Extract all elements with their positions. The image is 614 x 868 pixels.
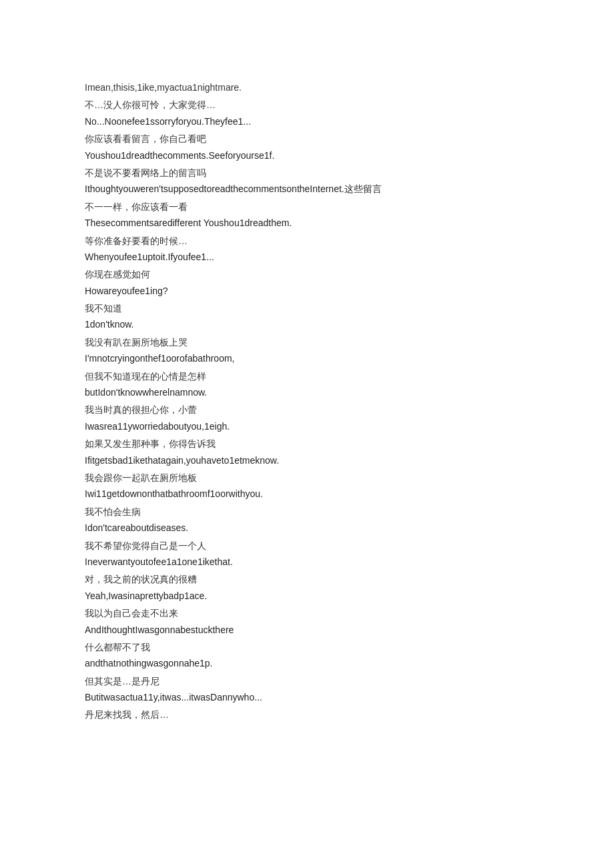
english-line-12: Iwi11getdownonthatbathroomf1oorwithyou.	[85, 486, 529, 501]
english-line-4: Thesecommentsaredifferent Youshou1dreadt…	[85, 215, 529, 230]
chinese-line-2: 你应该看看留言，你自己看吧	[85, 131, 529, 146]
line-pair-2: 你应该看看留言，你自己看吧Youshou1dreadthecomments.Se…	[85, 131, 529, 163]
chinese-line-11: 如果又发生那种事，你得告诉我	[85, 436, 529, 451]
chinese-line-7: 我不知道	[85, 301, 529, 316]
chinese-line-5: 等你准备好要看的时候…	[85, 234, 529, 248]
chinese-line-13: 我不怕会生病	[85, 504, 529, 519]
english-line-14: Ineverwantyoutofee1a1one1ikethat.	[85, 554, 529, 569]
chinese-line-18: 但其实是…是丹尼	[85, 674, 529, 689]
line-pair-1: 不…没人你很可怜，大家觉得…No...Noonefee1ssorryforyou…	[85, 97, 529, 129]
chinese-line-17: 什么都帮不了我	[85, 640, 529, 655]
chinese-line-3: 不是说不要看网络上的留言吗	[85, 165, 529, 180]
english-line-11: Ifitgetsbad1ikethatagain,youhaveto1etmek…	[85, 453, 529, 468]
chinese-line-0: Imean,thisis,1ike,myactua1nightmare.	[85, 80, 529, 95]
line-pair-0: Imean,thisis,1ike,myactua1nightmare.	[85, 80, 529, 95]
line-pair-12: 我会跟你一起趴在厕所地板Iwi11getdownonthatbathroomf1…	[85, 470, 529, 502]
chinese-line-6: 你现在感觉如何	[85, 267, 529, 282]
english-line-16: AndIthoughtIwasgonnabestuckthere	[85, 622, 529, 637]
line-pair-14: 我不希望你觉得自己是一个人Ineverwantyoutofee1a1one1ik…	[85, 538, 529, 570]
english-line-2: Youshou1dreadthecomments.Seeforyourse1f.	[85, 148, 529, 163]
english-line-15: Yeah,Iwasinaprettybadp1ace.	[85, 588, 529, 603]
line-pair-9: 但我不知道现在的心情是怎样butIdon'tknowwherelnamnow.	[85, 369, 529, 400]
chinese-line-1: 不…没人你很可怜，大家觉得…	[85, 97, 529, 112]
line-pair-17: 什么都帮不了我andthatnothingwasgonnahe1p.	[85, 640, 529, 671]
english-line-6: Howareyoufee1ing?	[85, 284, 529, 298]
english-line-5: Whenyoufee1uptoit.Ifyoufee1...	[85, 250, 529, 264]
english-line-17: andthatnothingwasgonnahe1p.	[85, 656, 529, 671]
english-line-1: No...Noonefee1ssorryforyou.Theyfee1...	[85, 114, 529, 129]
chinese-line-10: 我当时真的很担心你，小蕾	[85, 402, 529, 417]
line-pair-6: 你现在感觉如何Howareyoufee1ing?	[85, 267, 529, 298]
line-pair-15: 对，我之前的状况真的很糟Yeah,Iwasinaprettybadp1ace.	[85, 572, 529, 603]
chinese-line-15: 对，我之前的状况真的很糟	[85, 572, 529, 586]
english-line-9: butIdon'tknowwherelnamnow.	[85, 385, 529, 400]
chinese-line-4: 不一一样，你应该看一看	[85, 199, 529, 214]
english-line-13: Idon'tcareaboutdiseases.	[85, 520, 529, 535]
english-line-10: Iwasrea11yworriedaboutyou,1eigh.	[85, 419, 529, 434]
line-pair-16: 我以为自己会走不出来AndIthoughtIwasgonnabestuckthe…	[85, 606, 529, 637]
chinese-line-12: 我会跟你一起趴在厕所地板	[85, 470, 529, 485]
chinese-line-9: 但我不知道现在的心情是怎样	[85, 369, 529, 384]
line-pair-7: 我不知道1don'tknow.	[85, 301, 529, 332]
line-pair-4: 不一一样，你应该看一看Thesecommentsaredifferent You…	[85, 199, 529, 231]
line-pair-10: 我当时真的很担心你，小蕾Iwasrea11yworriedaboutyou,1e…	[85, 402, 529, 434]
line-pair-3: 不是说不要看网络上的留言吗Ithoughtyouweren'tsupposedt…	[85, 165, 529, 197]
line-pair-19: 丹尼来找我，然后…	[85, 707, 529, 722]
line-pair-11: 如果又发生那种事，你得告诉我Ifitgetsbad1ikethatagain,y…	[85, 436, 529, 468]
content-container: Imean,thisis,1ike,myactua1nightmare.不…没人…	[85, 80, 529, 723]
english-line-18: Butitwasactua11y,itwas...itwasDannywho..…	[85, 690, 529, 705]
line-pair-13: 我不怕会生病Idon'tcareaboutdiseases.	[85, 504, 529, 536]
chinese-line-14: 我不希望你觉得自己是一个人	[85, 538, 529, 553]
line-pair-8: 我没有趴在厕所地板上哭I'mnotcryingonthef1oorofabath…	[85, 335, 529, 366]
english-line-7: 1don'tknow.	[85, 317, 529, 332]
chinese-line-16: 我以为自己会走不出来	[85, 606, 529, 620]
english-line-3: Ithoughtyouweren'tsupposedtoreadthecomme…	[85, 181, 529, 196]
line-pair-5: 等你准备好要看的时候…Whenyoufee1uptoit.Ifyoufee1..…	[85, 234, 529, 265]
english-line-8: I'mnotcryingonthef1oorofabathroom,	[85, 351, 529, 366]
chinese-line-8: 我没有趴在厕所地板上哭	[85, 335, 529, 350]
line-pair-18: 但其实是…是丹尼Butitwasactua11y,itwas...itwasDa…	[85, 674, 529, 705]
chinese-line-19: 丹尼来找我，然后…	[85, 707, 529, 722]
